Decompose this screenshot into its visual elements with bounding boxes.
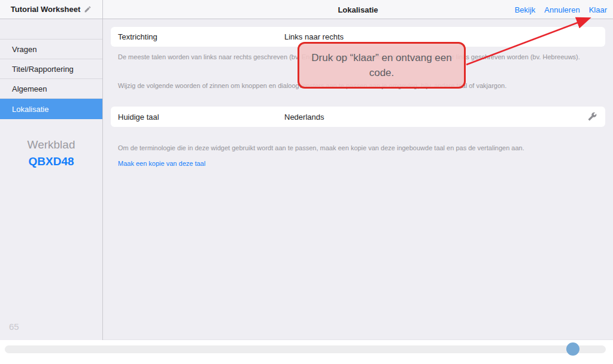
current-language-label: Huidige taal [118,113,159,122]
header-actions: Bekijk Annuleren Klaar [515,0,607,19]
bekijk-button[interactable]: Bekijk [515,5,536,14]
sidebar: Tutorial Worksheet Vragen Titel/Rapporte… [0,0,103,340]
text-direction-label: Textrichting [118,32,157,41]
klaar-button[interactable]: Klaar [589,5,607,14]
sidebar-item-label: Lokalisatie [12,105,48,114]
tutorial-callout: Druk op “klaar” en ontvang een code. [298,42,466,89]
worksheet-title-bar: Tutorial Worksheet [0,0,102,19]
wrench-icon[interactable] [588,112,597,121]
worksheet-title: Tutorial Worksheet [11,5,81,14]
copy-language-description: Om de terminologie die in deze widget ge… [118,144,591,152]
sidebar-spacer [0,19,102,40]
annuleren-button[interactable]: Annuleren [544,5,579,14]
sidebar-item-label: Algemeen [12,84,47,93]
sidebar-item-lokalisatie[interactable]: Lokalisatie [0,99,102,119]
sidebar-item-titel-rapportering[interactable]: Titel/Rapportering [0,59,102,79]
page-number: 65 [9,321,19,332]
main-header: Lokalisatie Bekijk Annuleren Klaar [103,0,613,19]
sidebar-item-label: Titel/Rapportering [12,65,74,74]
worksheet-code: QBXD48 [0,155,102,168]
sidebar-item-algemeen[interactable]: Algemeen [0,79,102,99]
current-language-value: Nederlands [284,113,324,122]
pencil-icon[interactable] [84,5,92,13]
bottom-scrollbar-handle[interactable] [566,342,579,356]
sidebar-item-label: Vragen [12,45,37,54]
bottom-scrollbar-track[interactable] [5,345,606,353]
worksheet-code-block: Werkblad QBXD48 [0,138,102,168]
copy-language-link[interactable]: Maak een kopie van deze taal [118,160,205,167]
sidebar-item-vragen[interactable]: Vragen [0,40,102,59]
text-direction-value: Links naar rechts [284,32,344,41]
tutorial-callout-text: Druk op “klaar” en ontvang een code. [308,50,455,81]
worksheet-label: Werkblad [0,138,102,151]
current-language-row[interactable]: Huidige taal Nederlands [111,107,605,127]
